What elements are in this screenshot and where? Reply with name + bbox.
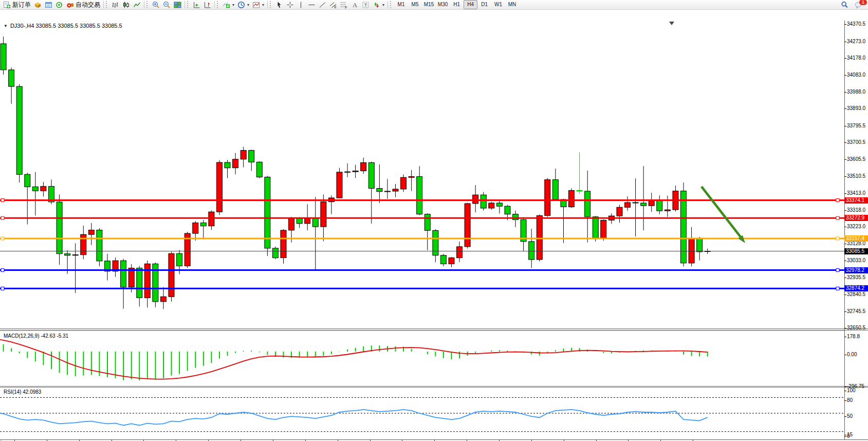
equidistant-channel-icon: E: [329, 1, 337, 9]
horizontal-line-object[interactable]: [0, 269, 844, 272]
timeframe-H4-button[interactable]: H4: [464, 0, 477, 9]
price-tick-label: 33223.0: [847, 224, 865, 229]
periods-icon: [237, 1, 245, 9]
toolbar: 新订单自动交易▾▾▾EFAT▾M1M5M15M30H1H4D1W1MN 1: [0, 0, 868, 10]
macd-panel[interactable]: [0, 330, 844, 386]
dropdown-caret-icon[interactable]: ▾: [382, 3, 384, 7]
text-button[interactable]: A: [349, 1, 360, 9]
horizontal-line-button[interactable]: [306, 1, 317, 9]
main-price-chart[interactable]: [0, 21, 844, 328]
dropdown-caret-icon[interactable]: ▾: [262, 3, 264, 7]
market-watch-icon: [34, 1, 42, 9]
chart-line-icon: [133, 1, 141, 9]
rsi-axis-label: 0: [847, 433, 850, 439]
hline-price-label: 32874.2: [844, 285, 868, 291]
price-tick-label: 33413.0: [847, 190, 865, 196]
search-icon: [841, 1, 848, 9]
auto-trading-button[interactable]: 自动交易: [65, 1, 102, 9]
chart-bars-icon: [112, 1, 119, 9]
rsi-line: [0, 410, 708, 426]
zoom-in-icon: [152, 1, 160, 9]
candlestick-series: [0, 26, 710, 309]
indicators-list-button[interactable]: ▾: [221, 1, 236, 9]
rsi-label: RSI(14) 42.0983: [4, 389, 41, 395]
toolbar-separator: [387, 1, 388, 8]
price-tick-label: 34178.0: [847, 55, 865, 61]
data-window-icon: [45, 1, 52, 9]
timeframe-D1-button[interactable]: D1: [477, 0, 491, 9]
horizontal-line-object[interactable]: [0, 216, 844, 219]
auto-scroll-button[interactable]: [191, 1, 202, 9]
horizontal-line-object[interactable]: [0, 237, 844, 240]
toolbar-grip: [270, 1, 272, 8]
price-tick-label: 32840.5: [847, 291, 865, 297]
trendline-icon: [319, 1, 326, 9]
cursor-button[interactable]: [274, 1, 285, 9]
periods-button[interactable]: ▾: [236, 1, 251, 9]
price-tick-label: 33795.5: [847, 123, 865, 128]
toolbar-grip: [217, 1, 219, 8]
auto-trading-label: 自动交易: [76, 1, 100, 9]
templates-button[interactable]: ▾: [251, 1, 266, 9]
macd-histogram: [0, 331, 844, 381]
timeframe-M15-button[interactable]: M15: [422, 0, 436, 9]
chart-window: ▼ DJ30-,H4 33085.5 33085.5 33085.5 33085…: [0, 10, 868, 441]
price-tick-label: 33893.0: [847, 105, 865, 111]
macd-label: MACD(12,26,9) -42.63 -5.31: [4, 333, 68, 339]
price-tick-label: 33605.5: [847, 156, 865, 162]
vertical-line-button[interactable]: [296, 1, 306, 9]
hline-price-label: 33157.4: [844, 235, 868, 242]
chart-bars-button[interactable]: [110, 1, 121, 9]
crosshair-button[interactable]: [285, 1, 296, 9]
data-window-button[interactable]: [43, 1, 54, 9]
auto-trading-icon: [66, 1, 74, 9]
one-click-trading-icon[interactable]: ▼: [4, 24, 8, 28]
toolbar-separator: [144, 1, 144, 8]
market-watch-button[interactable]: [32, 1, 43, 9]
price-axis[interactable]: 34370.534273.034178.034083.033988.033893…: [845, 21, 868, 439]
hline-price-label: 33272.9: [844, 215, 868, 221]
dropdown-caret-icon[interactable]: ▾: [232, 3, 234, 7]
new-order-button[interactable]: 新订单: [2, 1, 32, 9]
macd-axis-label: 0.00: [847, 352, 857, 357]
rsi-axis-label: 50: [847, 413, 853, 419]
search-button[interactable]: [839, 1, 850, 9]
arrows-icon: [373, 1, 380, 9]
tile-windows-button[interactable]: [172, 1, 183, 9]
chart-shift-button[interactable]: [202, 1, 213, 9]
text-label-button[interactable]: T: [360, 1, 371, 9]
fibonacci-retracement-icon: F: [340, 1, 348, 9]
timeframe-MN-button[interactable]: MN: [505, 0, 519, 9]
toolbar-separator: [103, 1, 104, 8]
equidistant-channel-button[interactable]: E: [328, 1, 339, 9]
cursor-icon: [275, 1, 283, 9]
trendline-button[interactable]: [317, 1, 328, 9]
notifications-button[interactable]: 1: [853, 1, 864, 9]
zoom-in-button[interactable]: [151, 1, 161, 9]
arrow-object[interactable]: [701, 187, 745, 243]
timeframe-M5-button[interactable]: M5: [408, 0, 422, 9]
zoom-out-icon: [163, 1, 171, 9]
zoom-out-button[interactable]: [161, 1, 172, 9]
tile-windows-icon: [174, 1, 181, 9]
timeframe-H1-button[interactable]: H1: [450, 0, 464, 9]
horizontal-line-object[interactable]: [0, 287, 844, 290]
text-label-icon: T: [362, 1, 370, 9]
arrows-button[interactable]: ▾: [371, 1, 386, 9]
timeframe-W1-button[interactable]: W1: [491, 0, 505, 9]
rsi-panel[interactable]: [0, 388, 844, 439]
dropdown-caret-icon[interactable]: ▾: [247, 3, 249, 7]
chart-candles-button[interactable]: [121, 1, 132, 9]
timeframe-M1-button[interactable]: M1: [394, 0, 408, 9]
navigator-button[interactable]: [54, 1, 65, 9]
hline-price-label: 33374.1: [844, 197, 868, 204]
fibonacci-retracement-button[interactable]: F: [339, 1, 349, 9]
timeframe-M30-button[interactable]: M30: [436, 0, 450, 9]
price-tick-label: 34370.5: [847, 21, 865, 27]
crosshair-icon: [286, 1, 294, 9]
svg-text:F: F: [345, 5, 347, 9]
chart-line-button[interactable]: [132, 1, 142, 9]
chart-shift-icon: [204, 1, 211, 9]
new-order-label: 新订单: [12, 1, 31, 9]
price-tick-label: 33988.0: [847, 89, 865, 95]
